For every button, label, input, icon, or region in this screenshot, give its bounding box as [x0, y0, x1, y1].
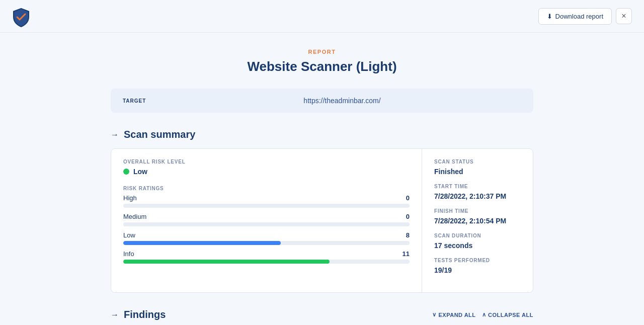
- scan-duration-label: Scan duration: [434, 233, 521, 238]
- scan-left-panel: Overall risk level Low Risk ratings High: [111, 149, 422, 292]
- start-time-value: 7/28/2022, 2:10:37 PM: [434, 192, 521, 200]
- scan-duration-field: Scan duration 17 seconds: [434, 233, 521, 250]
- risk-bar-medium-bg: [123, 222, 410, 226]
- finish-time-value: 7/28/2022, 2:10:54 PM: [434, 217, 521, 225]
- report-label: REPORT: [111, 49, 533, 55]
- close-icon: ×: [621, 12, 626, 21]
- modal-content: REPORT Website Scanner (Light) TARGET ht…: [70, 33, 574, 325]
- scan-summary-card: Overall risk level Low Risk ratings High: [111, 148, 533, 293]
- risk-rating-medium-count: 0: [406, 213, 410, 220]
- tests-performed-field: Tests performed 19/19: [434, 258, 521, 274]
- modal-header: ⬇ Download report ×: [0, 0, 644, 33]
- risk-rating-high-name: High: [123, 194, 137, 202]
- risk-level-row: Low: [123, 168, 410, 176]
- overall-risk-label: Overall risk level: [123, 159, 410, 165]
- risk-rating-low-name: Low: [123, 231, 135, 239]
- findings-arrow-icon: →: [111, 310, 119, 319]
- findings-header: → Findings ∨ EXPAND ALL ∧ COLLAPSE ALL: [111, 309, 533, 320]
- header-actions: ⬇ Download report ×: [538, 8, 632, 25]
- start-time-label: Start time: [434, 184, 521, 189]
- shield-icon: [12, 7, 30, 25]
- scan-summary-arrow-icon: →: [111, 130, 119, 139]
- expand-all-button[interactable]: ∨ EXPAND ALL: [432, 311, 476, 318]
- modal: ⬇ Download report × REPORT Website Scann…: [0, 0, 644, 325]
- risk-rating-low-count: 8: [406, 231, 410, 239]
- target-box: TARGET https://theadminbar.com/: [111, 89, 533, 113]
- logo-area: [12, 7, 30, 25]
- findings-actions: ∨ EXPAND ALL ∧ COLLAPSE ALL: [432, 311, 533, 318]
- collapse-all-label: COLLAPSE ALL: [488, 312, 533, 318]
- scan-status-label: Scan status: [434, 159, 521, 165]
- risk-bar-info-bg: [123, 260, 410, 264]
- target-url: https://theadminbar.com/: [163, 97, 521, 105]
- scan-status-value: Finished: [434, 168, 521, 176]
- findings-header-left: → Findings: [111, 309, 166, 320]
- findings-title: Findings: [124, 309, 166, 320]
- expand-all-label: EXPAND ALL: [439, 312, 476, 318]
- risk-rating-medium: Medium 0: [123, 213, 410, 226]
- report-title: Website Scanner (Light): [111, 59, 533, 74]
- scan-status-field: Scan status Finished: [434, 159, 521, 176]
- tests-performed-label: Tests performed: [434, 258, 521, 263]
- findings-section: → Findings ∨ EXPAND ALL ∧ COLLAPSE ALL: [111, 309, 533, 325]
- finish-time-label: Finish time: [434, 208, 521, 214]
- risk-bar-low-fill: [123, 241, 281, 245]
- scan-summary-title: Scan summary: [124, 129, 195, 140]
- start-time-field: Start time 7/28/2022, 2:10:37 PM: [434, 184, 521, 200]
- risk-rating-high: High 0: [123, 194, 410, 208]
- risk-rating-info-count: 11: [403, 250, 410, 258]
- risk-bar-info-fill: [123, 260, 330, 264]
- risk-ratings-section: High 0 Medium: [123, 194, 410, 264]
- scan-duration-value: 17 seconds: [434, 241, 521, 250]
- tests-performed-value: 19/19: [434, 266, 521, 274]
- chevron-up-icon: ∧: [482, 311, 487, 318]
- target-label: TARGET: [123, 98, 163, 104]
- scan-right-panel: Scan status Finished Start time 7/28/202…: [422, 149, 533, 292]
- download-report-button[interactable]: ⬇ Download report: [538, 8, 612, 25]
- finish-time-field: Finish time 7/28/2022, 2:10:54 PM: [434, 208, 521, 225]
- risk-ratings-label: Risk ratings: [123, 186, 410, 191]
- collapse-all-button[interactable]: ∧ COLLAPSE ALL: [482, 311, 533, 318]
- risk-bar-high-bg: [123, 204, 410, 208]
- modal-overlay: ⬇ Download report × REPORT Website Scann…: [0, 0, 644, 325]
- risk-rating-high-count: 0: [406, 194, 410, 202]
- risk-rating-info-name: Info: [123, 250, 134, 258]
- risk-rating-medium-name: Medium: [123, 213, 146, 220]
- risk-rating-info: Info 11: [123, 250, 410, 264]
- risk-dot-low: [123, 169, 129, 175]
- risk-bar-low-bg: [123, 241, 410, 245]
- download-icon: ⬇: [547, 13, 552, 20]
- download-report-label: Download report: [555, 13, 603, 20]
- overall-risk-value: Low: [133, 168, 147, 176]
- chevron-down-icon: ∨: [432, 311, 437, 318]
- scan-summary-header: → Scan summary: [111, 129, 533, 140]
- risk-rating-low: Low 8: [123, 231, 410, 245]
- close-button[interactable]: ×: [616, 8, 632, 24]
